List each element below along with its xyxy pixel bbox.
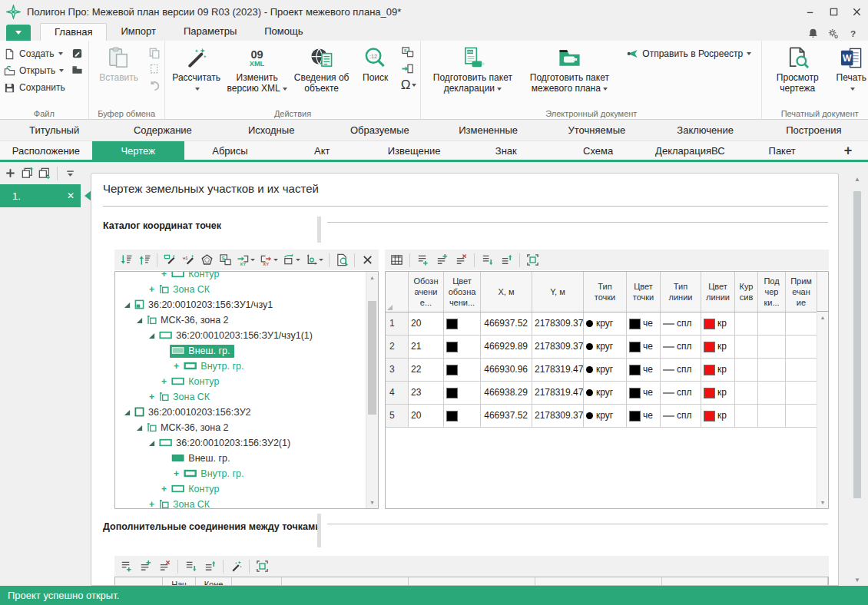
print-button[interactable]: W Печать [829,43,868,98]
column-header[interactable] [409,577,535,586]
move-row-down-icon[interactable] [181,557,200,575]
table-cell[interactable] [786,405,817,427]
table-cell[interactable]: 20 [409,312,444,335]
duplicate-page-icon[interactable] [20,165,35,182]
expand-table-icon[interactable] [253,557,272,575]
table-cell[interactable]: круг [584,312,627,335]
tree-expander[interactable]: + [146,284,157,295]
delete-row-icon[interactable] [155,557,174,575]
object-info-button[interactable]: Сведения об объекте [290,43,353,98]
table-cell[interactable]: спл [661,382,701,404]
move-row-down-icon[interactable] [478,251,497,269]
undo-icon[interactable] [148,79,161,91]
tree-expander[interactable]: + [158,271,170,279]
table-cell[interactable]: 2178309.37 [532,336,584,358]
section-tab[interactable]: Абрисы [184,141,277,160]
copy-page-icon[interactable] [37,165,51,182]
change-xml-version-button[interactable]: 09XML Изменить версию XML [224,43,290,98]
calculate-button[interactable]: Рассчитать [169,43,224,98]
row-number[interactable]: 5 [386,405,409,427]
column-header[interactable]: Тип линии [661,272,701,312]
rename-points-icon[interactable] [161,251,179,269]
rotate-contour-icon[interactable] [280,251,303,269]
row-number[interactable]: 4 [386,382,409,404]
section-tab[interactable]: Чертеж [92,141,184,160]
sort-ascending-icon[interactable] [135,251,154,269]
tree-item[interactable]: МСК-36, зона 2 [115,420,366,435]
column-header[interactable]: Y, м [532,272,584,312]
tree-expander[interactable]: + [146,499,157,508]
tree-item[interactable]: +Зона СК [115,389,366,405]
window-import-button[interactable] [401,62,417,75]
tree-expander[interactable]: + [158,376,170,387]
section-tab[interactable]: Расположение [0,141,92,160]
table-cell[interactable]: круг [584,336,627,358]
row-number[interactable]: 3 [386,359,409,381]
coordinate-axes-icon[interactable] [303,251,326,269]
tree-expander[interactable] [121,409,133,416]
add-row-icon[interactable] [413,251,432,269]
page-tab[interactable]: 1. ✕ [0,184,81,207]
tree-expander[interactable]: + [146,392,157,402]
section-tab[interactable]: Знак [460,141,552,160]
table-cell[interactable] [735,405,758,427]
column-header[interactable] [282,577,409,586]
import-xy-icon[interactable]: XY [234,251,257,269]
table-cell[interactable] [758,336,786,358]
table-cell[interactable]: че [627,312,661,335]
table-cell[interactable] [735,382,758,404]
table-cell[interactable]: 23 [409,382,444,404]
table-cell[interactable]: 21 [409,336,444,358]
table-cell[interactable]: 466938.29 [481,382,532,404]
add-row-icon[interactable] [117,557,136,575]
tree-item[interactable]: +Внутр. гр. [115,359,366,374]
table-cell[interactable]: 2178319.47 [532,382,584,404]
scroll-up-icon[interactable]: ▲ [851,173,863,185]
section-tab[interactable]: Извещение [368,141,460,160]
tree-item[interactable]: +Контур [115,271,366,282]
table-cell[interactable]: 2178309.37 [532,312,584,335]
tree-item[interactable]: 36:20:0010203:156:ЗУ2 [115,405,366,420]
close-tab-icon[interactable]: ✕ [67,190,75,201]
table-cell[interactable]: круг [584,405,627,427]
paste-button[interactable]: Вставить [93,43,145,87]
table-cell[interactable] [735,359,758,381]
table-cell[interactable]: спл [661,312,701,335]
tree-item[interactable]: 36:20:0010203:156:ЗУ2(1) [115,435,366,451]
table-cell[interactable]: круг [584,359,627,381]
table-cell[interactable] [758,405,786,427]
magic-wand-icon[interactable] [227,557,246,575]
section-tab[interactable]: Измененные [434,120,542,141]
add-page-icon[interactable] [3,165,18,182]
export-xy-icon[interactable]: XY [257,251,280,269]
preview-table-icon[interactable] [333,251,351,269]
open-button[interactable]: Открыть [4,64,65,78]
table-cell[interactable] [786,312,817,335]
table-cell[interactable]: че [627,336,661,358]
section-tab[interactable]: ДекларацияВС [644,141,736,160]
table-cell[interactable] [444,382,481,404]
scrollbar-thumb[interactable] [368,301,376,415]
table-cell[interactable]: 466937.52 [481,405,532,427]
section-tab[interactable]: Схема [552,141,644,160]
tree-item[interactable]: +Контур [115,374,366,389]
table-cell[interactable] [444,405,481,427]
drawing-preview-button[interactable]: Просмотр чертежа [766,43,829,98]
expand-table-icon[interactable] [523,251,542,269]
app-menu-button[interactable] [6,25,31,41]
menu-tab[interactable]: Параметры [170,23,250,41]
table-cell[interactable]: кр [701,336,735,358]
help-icon[interactable]: ? [847,28,859,39]
scrollbar-thumb[interactable] [853,191,861,498]
column-header[interactable]: Нач [163,577,196,586]
table-cell[interactable]: кр [701,359,735,381]
table-cell[interactable] [735,312,758,335]
tree-expander[interactable] [146,332,157,339]
column-header[interactable]: Тип точки [584,272,627,312]
tree-expander[interactable] [121,302,133,309]
tree-item[interactable]: Внеш. гр. [115,451,366,466]
table-cell[interactable]: спл [661,359,701,381]
section-tab[interactable]: Исходные [217,120,326,141]
renumber-points-icon[interactable]: н1 [179,251,197,269]
tree-item[interactable]: 36:20:0010203:156:ЗУ1/чзу1(1) [115,328,366,343]
